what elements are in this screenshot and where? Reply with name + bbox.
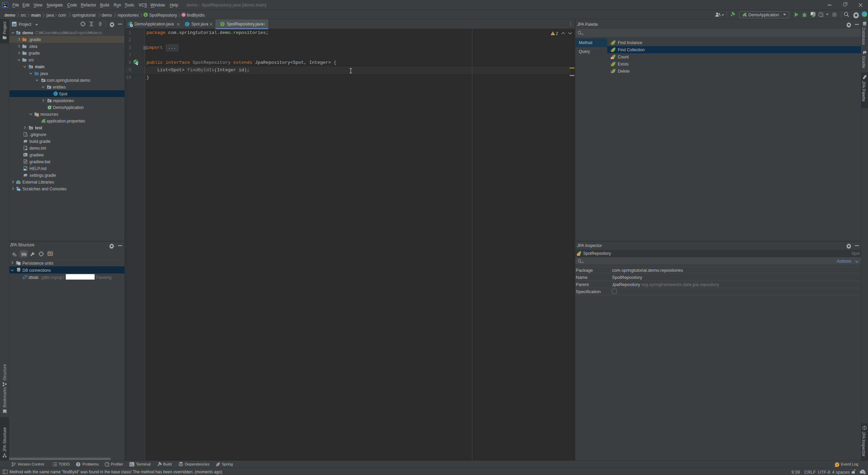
svg-text:123: 123 <box>611 57 614 59</box>
svg-text:I: I <box>145 13 146 17</box>
svg-text:MD: MD <box>24 169 26 171</box>
svg-text:m: m <box>182 13 185 17</box>
svg-text:C: C <box>186 22 188 26</box>
svg-text:C: C <box>55 92 57 95</box>
svg-text:?: ? <box>862 470 864 474</box>
svg-text:I: I <box>222 22 223 26</box>
svg-text:7: 7 <box>836 463 838 467</box>
